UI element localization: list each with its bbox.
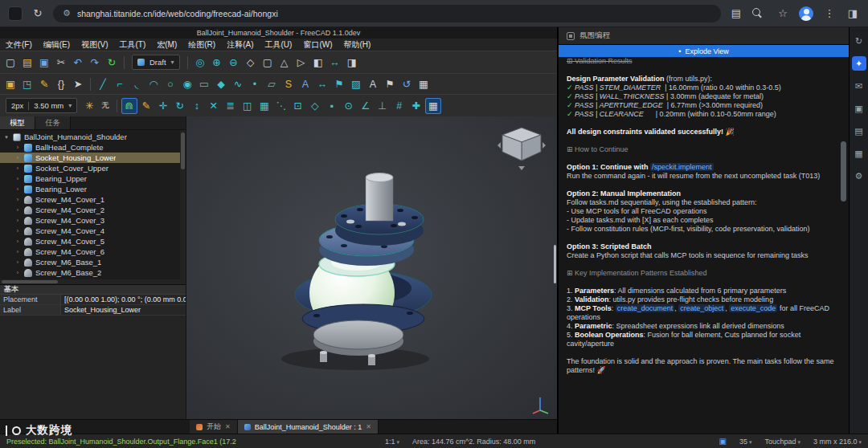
tree-expander-icon[interactable]: › <box>14 155 21 161</box>
scale-icon[interactable]: ↕ <box>189 98 205 114</box>
label-icon[interactable]: ⚑ <box>331 76 347 92</box>
assistant-scrollbar[interactable] <box>841 141 846 202</box>
refresh-icon[interactable]: ↻ <box>104 55 120 71</box>
tree-expander-icon[interactable]: › <box>14 207 21 213</box>
mirror-icon[interactable]: ◫ <box>240 98 256 114</box>
tree-expander-icon[interactable]: › <box>14 238 21 244</box>
document-tab[interactable]: BallJoint_Humanoid_Shoulder : 1 ✕ <box>238 420 379 434</box>
tree-item[interactable]: › Screw_M6_Base_1 <box>0 257 186 267</box>
tree-expander-icon[interactable]: › <box>14 165 21 171</box>
sidebar-toggle-icon[interactable]: ◨ <box>845 6 860 21</box>
tree-expander-icon[interactable]: › <box>14 259 21 265</box>
move-icon[interactable]: ✛ <box>155 98 171 114</box>
apps-icon[interactable]: ▦ <box>852 146 866 161</box>
menu-item[interactable]: 工具(T) <box>113 39 151 51</box>
tree-item[interactable]: › BallHead_Complete <box>0 142 186 153</box>
lock-icon[interactable]: ⋒ <box>121 98 137 114</box>
dimension-icon[interactable]: ↔ <box>314 76 330 92</box>
tree-item[interactable]: › Socket_Cover_Upper <box>0 163 186 173</box>
menu-item[interactable]: 帮助(H) <box>338 39 376 51</box>
annotation-icon[interactable]: A <box>365 76 381 92</box>
shapestring-icon[interactable]: S <box>280 76 297 92</box>
tree-expander-icon[interactable]: › <box>14 270 21 275</box>
save-file-icon[interactable]: ▣ <box>36 55 52 71</box>
view-isometric-icon[interactable]: ◇ <box>243 55 259 71</box>
workspace-app-icon[interactable] <box>8 6 23 21</box>
tree-item[interactable]: › Screw_M4_Cover_5 <box>0 236 186 246</box>
cut-icon[interactable]: ✂ <box>53 55 69 71</box>
navigation-cube[interactable] <box>496 124 547 171</box>
polyline-icon[interactable]: ⌐ <box>112 76 128 92</box>
tree-expander-icon[interactable]: › <box>14 186 21 192</box>
path-array-icon[interactable]: ⋱ <box>273 98 289 114</box>
tree-expander-icon[interactable]: › <box>14 176 21 181</box>
view-right-icon[interactable]: ▷ <box>293 55 309 71</box>
grid-toggle-icon[interactable]: ▦ <box>425 98 441 114</box>
tree-vertical-scrollbar[interactable] <box>180 130 186 279</box>
close-icon[interactable]: ✕ <box>225 423 231 430</box>
chat-icon[interactable]: ✉ <box>852 79 866 93</box>
gallery-icon[interactable]: ▣ <box>852 101 866 116</box>
ellipse-icon[interactable]: ◉ <box>179 76 195 92</box>
circle-icon[interactable]: ○ <box>162 76 178 92</box>
scale-selector[interactable]: 1:1 <box>385 438 399 446</box>
undo-icon[interactable]: ↶ <box>70 55 86 71</box>
tree-item[interactable]: › Screw_M4_Cover_3 <box>0 215 186 226</box>
menu-item[interactable]: 视图(V) <box>76 39 113 51</box>
snap-endpoint-icon[interactable]: ▪ <box>324 98 340 114</box>
open-file-icon[interactable]: ▤ <box>19 55 35 71</box>
menu-item[interactable]: 绘图(R) <box>182 39 221 51</box>
edit-mode-icon[interactable]: ✎ <box>36 76 52 92</box>
tree-expander-icon[interactable]: › <box>14 228 21 234</box>
viewport-scrollbar[interactable] <box>554 245 556 283</box>
view-front-icon[interactable]: ▢ <box>260 55 276 71</box>
reload-icon[interactable]: ↻ <box>31 6 45 21</box>
tree-item[interactable]: › Screw_M4_Cover_4 <box>0 226 186 236</box>
snap-angle-icon[interactable]: ∠ <box>358 98 374 114</box>
view-top-icon[interactable]: △ <box>276 55 293 71</box>
zoom-out-icon[interactable]: ⊖ <box>226 55 242 71</box>
property-group-header[interactable]: 基本 <box>0 284 186 295</box>
tree-expander-icon[interactable]: › <box>14 145 21 150</box>
menu-item[interactable]: 编辑(E) <box>38 39 76 51</box>
address-bar[interactable]: ⚙ shanghai.titanide.cn/ide/web/coding/fr… <box>53 5 721 22</box>
zoom-in-icon[interactable]: ⊕ <box>209 55 225 71</box>
array-icon[interactable]: ▦ <box>256 98 272 114</box>
arc-icon[interactable]: ◠ <box>145 76 162 92</box>
view-rotate-left-icon[interactable]: ↺ <box>399 76 415 92</box>
star-icon[interactable]: ☆ <box>776 6 790 21</box>
draft-tray-icon[interactable]: ▣ <box>2 76 18 92</box>
tree-item[interactable]: › Bearing_Lower <box>0 184 186 194</box>
site-settings-icon[interactable]: ⚙ <box>63 8 71 18</box>
status-control[interactable]: 35 <box>739 438 751 446</box>
flag-icon[interactable]: ⚑ <box>382 76 398 92</box>
menu-item[interactable]: 窗口(W) <box>297 39 338 51</box>
tree-item[interactable]: › Screw_M4_Cover_2 <box>0 205 186 215</box>
grid-icon[interactable]: ▦ <box>416 76 432 92</box>
line-icon[interactable]: ╱ <box>95 76 111 92</box>
autogroup-icon[interactable]: ✳ <box>81 98 97 114</box>
tree-expander-icon[interactable]: › <box>14 218 21 223</box>
edit-icon[interactable]: ✎ <box>138 98 154 114</box>
panel-tab[interactable]: 模型 <box>0 116 35 129</box>
files-icon[interactable]: ▤ <box>852 124 866 138</box>
redo-icon[interactable]: ↷ <box>87 55 103 71</box>
fillet-icon[interactable]: ◟ <box>129 76 145 92</box>
tree-item[interactable]: › Bearing_Upper <box>0 173 186 184</box>
snap-lock-icon[interactable]: ◇ <box>307 98 323 114</box>
more-menu-icon[interactable]: ⋮ <box>822 6 837 21</box>
nav-style-icon[interactable]: ▣ <box>719 437 727 446</box>
text-icon[interactable]: A <box>297 76 313 92</box>
sync-icon[interactable]: ↻ <box>852 34 866 48</box>
workbench-selector[interactable]: Draft <box>132 55 180 70</box>
property-value[interactable]: Socket_Housing_Lower <box>61 305 186 315</box>
tree-expander-icon[interactable]: › <box>14 197 21 202</box>
menu-item[interactable]: 文件(F) <box>0 39 38 51</box>
panel-tab[interactable]: 任务 <box>35 116 71 129</box>
menu-item[interactable]: 注释(A) <box>221 39 259 51</box>
settings-icon[interactable]: ⚙ <box>852 169 866 183</box>
property-value[interactable]: [(0.00 0.00 1.00); 0.00 °; (0.00 mm 0.00… <box>61 295 186 304</box>
tree-item[interactable]: › Screw_M6_Base_2 <box>0 267 186 278</box>
polygon-icon[interactable]: ◆ <box>213 76 229 92</box>
3d-viewport[interactable] <box>186 116 557 419</box>
